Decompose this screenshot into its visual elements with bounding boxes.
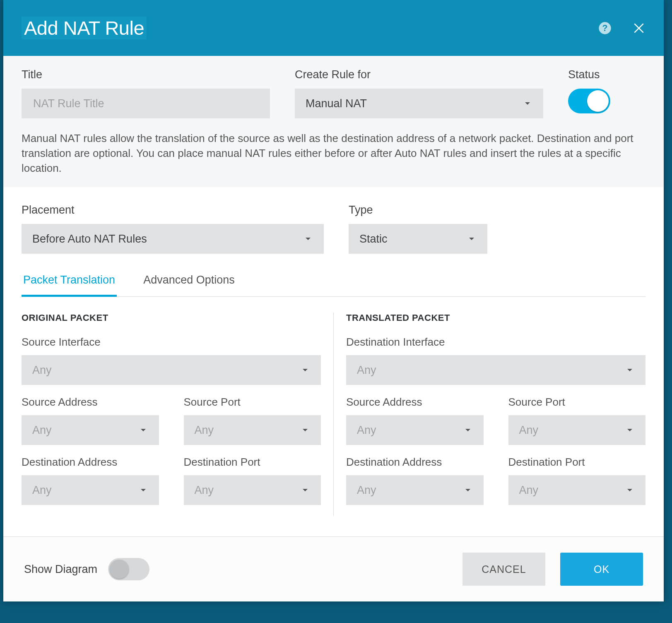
original-packet-heading: ORIGINAL PACKET [22,313,321,323]
select-value: Any [519,484,539,497]
translated-packet-col: TRANSLATED PACKET Destination Interface … [334,313,646,516]
title-input[interactable] [22,89,270,118]
create-rule-for-select[interactable]: Manual NAT [295,89,543,118]
orig-source-address-label: Source Address [22,396,159,409]
trans-source-address-select[interactable]: Any [346,415,484,445]
modal-footer: Show Diagram CANCEL OK [3,536,664,601]
select-value: Any [357,484,376,497]
packet-translation-panel: ORIGINAL PACKET Source Interface Any Sou… [22,297,646,536]
close-icon[interactable] [632,22,646,35]
chevron-down-icon [300,365,310,375]
placement-value: Before Auto NAT Rules [32,233,147,245]
chevron-down-icon [138,425,148,435]
orig-source-port-select[interactable]: Any [184,415,321,445]
chevron-down-icon [300,425,310,435]
section-config: Placement Before Auto NAT Rules Type Sta… [3,187,664,536]
chevron-down-icon [625,425,635,435]
type-value: Static [359,233,388,245]
add-nat-rule-modal: Add NAT Rule ? Title Create Rule for Man… [3,0,664,601]
trans-dest-port-select[interactable]: Any [508,475,646,505]
trans-dest-interface-label: Destination Interface [346,336,646,349]
chevron-down-icon [463,485,473,495]
orig-source-interface-label: Source Interface [22,336,321,349]
status-toggle[interactable] [568,89,610,113]
chevron-down-icon [467,234,477,244]
translated-packet-heading: TRANSLATED PACKET [346,313,646,323]
show-diagram-label: Show Diagram [24,563,97,576]
cancel-button[interactable]: CANCEL [462,553,545,586]
orig-source-interface-select[interactable]: Any [22,355,321,385]
svg-text:?: ? [602,23,607,33]
toggle-knob [110,560,129,579]
tabs: Packet Translation Advanced Options [22,266,646,297]
chevron-down-icon [523,99,532,108]
select-value: Any [357,424,376,437]
tab-advanced-options[interactable]: Advanced Options [142,266,236,297]
title-label: Title [22,68,270,81]
trans-source-address-label: Source Address [346,396,484,409]
select-value: Any [519,424,539,437]
select-value: Any [195,424,214,437]
chevron-down-icon [625,485,635,495]
chevron-down-icon [303,234,313,244]
status-label: Status [568,68,646,81]
orig-source-address-select[interactable]: Any [22,415,159,445]
create-rule-for-value: Manual NAT [306,97,367,110]
trans-source-port-select[interactable]: Any [508,415,646,445]
type-label: Type [349,204,487,216]
show-diagram-toggle[interactable] [108,558,149,580]
orig-dest-address-label: Destination Address [22,456,159,469]
trans-dest-interface-select[interactable]: Any [346,355,646,385]
select-value: Any [195,484,214,497]
select-value: Any [32,424,52,437]
trans-dest-address-select[interactable]: Any [346,475,484,505]
trans-dest-address-label: Destination Address [346,456,484,469]
orig-source-port-label: Source Port [184,396,321,409]
chevron-down-icon [300,485,310,495]
placement-label: Placement [22,204,324,216]
select-value: Any [357,364,376,377]
help-icon[interactable]: ? [598,22,612,35]
chevron-down-icon [625,365,635,375]
ok-button[interactable]: OK [560,553,643,586]
tab-packet-translation[interactable]: Packet Translation [22,266,117,297]
select-value: Any [32,484,52,497]
orig-dest-port-select[interactable]: Any [184,475,321,505]
modal-header: Add NAT Rule ? [3,0,664,56]
select-value: Any [32,364,52,377]
chevron-down-icon [463,425,473,435]
chevron-down-icon [138,485,148,495]
trans-dest-port-label: Destination Port [508,456,646,469]
modal-title: Add NAT Rule [22,17,147,39]
original-packet-col: ORIGINAL PACKET Source Interface Any Sou… [22,313,334,516]
type-select[interactable]: Static [349,224,487,254]
toggle-knob [587,90,609,112]
create-rule-for-label: Create Rule for [295,68,543,81]
trans-source-port-label: Source Port [508,396,646,409]
placement-select[interactable]: Before Auto NAT Rules [22,224,324,254]
rule-description: Manual NAT rules allow the translation o… [22,131,646,176]
orig-dest-port-label: Destination Port [184,456,321,469]
orig-dest-address-select[interactable]: Any [22,475,159,505]
section-meta: Title Create Rule for Manual NAT Status [3,56,664,187]
